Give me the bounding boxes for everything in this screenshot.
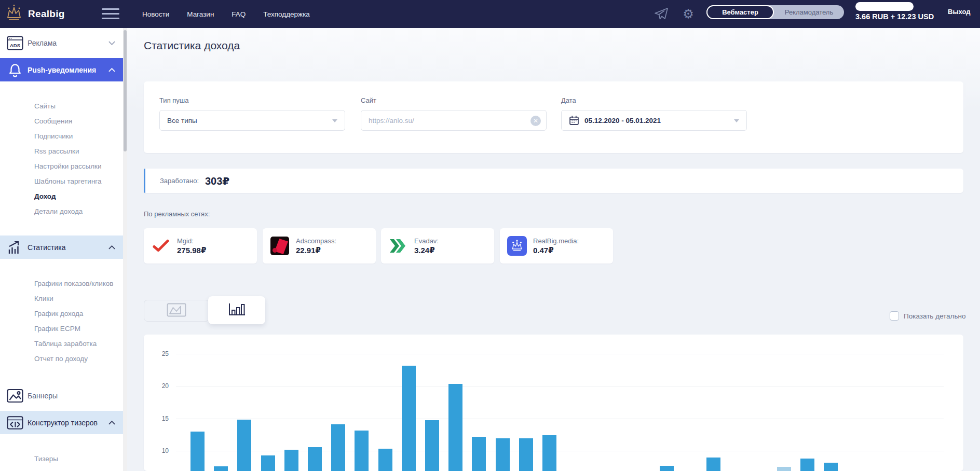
push-type-select[interactable]: Все типы	[159, 110, 345, 131]
sidebar-submenu: СайтыСообщенияПодписчикиRss рассылкиНаст…	[0, 81, 123, 219]
svg-text:ADS: ADS	[10, 43, 20, 48]
sidebar-item[interactable]: Графики показов/кликов	[0, 276, 123, 291]
y-axis-tick-label: 20	[144, 382, 169, 390]
sidebar-item[interactable]: Отчет по доходу	[0, 351, 123, 366]
chart-bar[interactable]	[824, 463, 838, 471]
chart-bar[interactable]	[660, 466, 674, 471]
role-advertiser-button[interactable]: Рекламодатель	[774, 5, 844, 19]
chart-bar[interactable]	[308, 447, 322, 471]
push-type-value: Все типы	[167, 117, 197, 124]
y-axis-tick-label: 15	[144, 415, 169, 422]
network-card-3[interactable]: Evadav:3.24₽	[381, 228, 494, 264]
chart-bar[interactable]	[237, 420, 251, 471]
chart-bar[interactable]	[402, 366, 416, 471]
sidebar-submenu: Тизеры	[0, 434, 123, 466]
logout-button[interactable]: Выход	[948, 8, 970, 16]
network-card-4[interactable]: RealBig.media:0.47₽	[500, 228, 613, 264]
sidebar-item[interactable]: Тизеры	[0, 451, 123, 466]
line-chart-toggle-button[interactable]	[144, 300, 209, 322]
network-earnings: 275.98₽	[177, 246, 206, 255]
date-range-picker[interactable]: 05.12.2020 - 05.01.2021	[561, 110, 747, 131]
topbar: Realbig НовостиМагазинFAQТехподдержка ⚙ …	[0, 0, 980, 28]
chart-bar[interactable]	[800, 459, 814, 471]
brand[interactable]: Realbig	[5, 4, 65, 24]
sidebar-section-3[interactable]: Статистика	[0, 236, 123, 259]
sidebar-scrollbar[interactable]	[123, 28, 127, 471]
chart-gridline	[176, 386, 944, 386]
balance-amount[interactable]: 3.66 RUB + 12.23 USD	[855, 12, 934, 21]
chart-bar[interactable]	[355, 431, 369, 471]
sidebar-section-label: Конструктор тизеров	[28, 419, 107, 427]
chart-bar[interactable]	[331, 424, 345, 471]
hamburger-menu-icon[interactable]	[102, 8, 119, 19]
chart-bar[interactable]	[378, 449, 392, 471]
network-earnings: 3.24₽	[414, 246, 439, 255]
site-label: Сайт	[361, 96, 547, 104]
network-card-1[interactable]: Mgid:275.98₽	[144, 228, 257, 264]
network-card-2[interactable]: Adscompass:22.91₽	[263, 228, 376, 264]
chart-bar[interactable]	[777, 467, 791, 471]
sidebar-section-4[interactable]: Баннеры	[0, 384, 123, 407]
filter-site: Сайт https://anio.su/ ✕	[361, 96, 547, 131]
show-detail-toggle[interactable]: Показать детально	[890, 311, 966, 321]
sidebar-item[interactable]: Сайты	[0, 99, 123, 114]
clear-site-icon[interactable]: ✕	[530, 116, 541, 126]
chart-bar[interactable]	[496, 438, 510, 471]
role-webmaster-button[interactable]: Вебмастер	[706, 5, 774, 19]
push-type-label: Тип пуша	[159, 96, 345, 104]
chart-bar[interactable]	[706, 458, 720, 471]
sidebar-item[interactable]: Клики	[0, 291, 123, 306]
sidebar-item[interactable]: Детали дохода	[0, 204, 123, 219]
sidebar-item[interactable]: График дохода	[0, 306, 123, 321]
sidebar-item[interactable]: Подписчики	[0, 129, 123, 144]
date-range-value: 05.12.2020 - 05.01.2021	[584, 117, 661, 124]
bar-chart-toggle-button[interactable]	[208, 296, 265, 324]
chart-bar[interactable]	[214, 466, 228, 471]
telegram-icon[interactable]	[654, 7, 669, 21]
nav-link-2[interactable]: Магазин	[187, 10, 214, 18]
sidebar-item[interactable]: График ECPM	[0, 321, 123, 336]
chevron-down-icon	[332, 119, 337, 122]
chevron-up-icon	[107, 421, 116, 425]
chart-bar[interactable]	[472, 437, 486, 471]
chart-bar[interactable]	[425, 420, 439, 471]
nav-link-4[interactable]: Техподдержка	[263, 10, 309, 18]
network-name: Evadav:	[414, 237, 439, 245]
sidebar-item[interactable]: Шаблоны таргетинга	[0, 174, 123, 189]
user-name-redacted	[855, 2, 914, 11]
sidebar-section-1[interactable]: ADSРеклама	[0, 31, 123, 54]
site-input[interactable]: https://anio.su/ ✕	[361, 110, 547, 131]
network-name: Adscompass:	[296, 237, 336, 245]
sidebar-section-label: Реклама	[28, 39, 107, 47]
chart-bar[interactable]	[261, 455, 275, 471]
sidebar-submenu: Графики показов/кликовКликиГрафик дохода…	[0, 259, 123, 366]
y-axis-tick-label: 10	[144, 447, 169, 454]
sidebar-item[interactable]: Настройки рассылки	[0, 159, 123, 174]
mgid-check-icon	[150, 235, 172, 257]
nav-link-1[interactable]: Новости	[142, 10, 169, 18]
role-toggle: Вебмастер Рекламодатель	[706, 5, 844, 19]
chart-bar[interactable]	[190, 432, 205, 471]
network-earnings: 22.91₽	[296, 246, 336, 255]
sidebar-item[interactable]: Rss рассылки	[0, 144, 123, 159]
nav-link-3[interactable]: FAQ	[232, 10, 246, 18]
income-bar-chart: 25201510	[144, 335, 963, 471]
earned-summary: Заработано: 303₽	[144, 169, 963, 193]
chart-bar[interactable]	[542, 435, 556, 471]
gear-icon[interactable]: ⚙	[681, 7, 696, 21]
chart-gridline	[176, 419, 944, 419]
chart-bar[interactable]	[519, 438, 533, 471]
line-chart-icon	[167, 303, 186, 319]
sidebar-item[interactable]: Сообщения	[0, 114, 123, 129]
evadav-icon	[387, 235, 409, 257]
realbig-crown-icon	[506, 235, 528, 257]
sidebar-section-5[interactable]: Конструктор тизеров	[0, 411, 123, 434]
calendar-icon	[569, 115, 579, 126]
sidebar-section-2[interactable]: Push-уведомления	[0, 58, 123, 81]
chart-bar[interactable]	[448, 384, 462, 471]
show-detail-checkbox[interactable]	[890, 311, 899, 321]
sidebar-item[interactable]: Таблица заработка	[0, 336, 123, 351]
scrollbar-thumb[interactable]	[124, 30, 127, 151]
chart-bar[interactable]	[284, 450, 298, 471]
sidebar-item[interactable]: Доход	[0, 189, 123, 204]
